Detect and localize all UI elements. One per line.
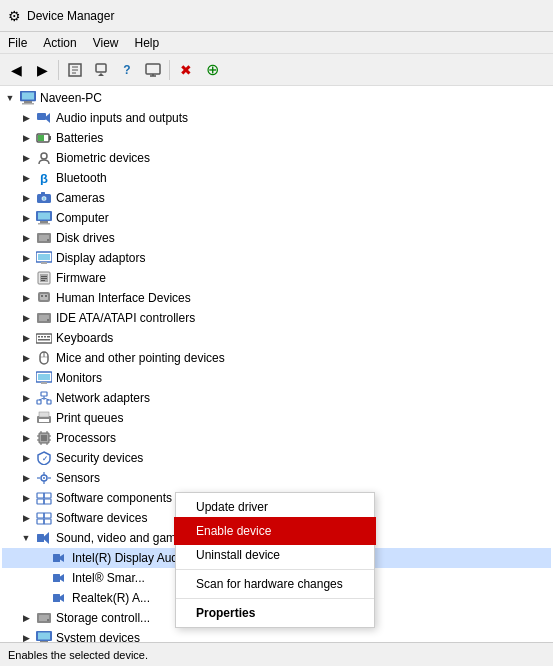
context-uninstall-device[interactable]: Uninstall device xyxy=(176,543,374,567)
tree-item-biometric[interactable]: ▶ Biometric devices xyxy=(2,148,551,168)
tree-item-system[interactable]: ▶ System devices xyxy=(2,628,551,642)
svg-rect-104 xyxy=(38,633,50,640)
expand-icon: ▶ xyxy=(18,170,34,186)
svg-rect-66 xyxy=(39,419,49,422)
expand-icon: ▶ xyxy=(18,390,34,406)
svg-marker-14 xyxy=(46,113,50,123)
tree-item-mice[interactable]: ▶ Mice and other pointing devices xyxy=(2,348,551,368)
system-icon xyxy=(36,630,52,642)
back-button[interactable]: ◀ xyxy=(4,58,28,82)
tree-item-processors[interactable]: ▶ Processors xyxy=(2,428,551,448)
computer-scan-button[interactable] xyxy=(141,58,165,82)
disk-label: Disk drives xyxy=(54,231,115,245)
security-icon: ✓ xyxy=(36,450,52,466)
svg-rect-6 xyxy=(146,64,160,74)
tree-item-bluetooth[interactable]: ▶ β Bluetooth xyxy=(2,168,551,188)
network-icon xyxy=(36,390,52,406)
tree-item-disk[interactable]: ▶ Disk drives xyxy=(2,228,551,248)
context-sep-1 xyxy=(176,569,374,570)
toolbar-sep-2 xyxy=(169,60,170,80)
expand-icon: ▶ xyxy=(18,330,34,346)
tree-item-hid[interactable]: ▶ Human Interface Devices xyxy=(2,288,551,308)
svg-marker-99 xyxy=(60,594,64,602)
expand-icon: ▶ xyxy=(18,610,34,626)
storage-icon xyxy=(36,610,52,626)
menu-action[interactable]: Action xyxy=(35,34,84,52)
help-button[interactable]: ? xyxy=(115,58,139,82)
tree-item-display[interactable]: ▶ Display adaptors xyxy=(2,248,551,268)
svg-rect-36 xyxy=(41,276,47,277)
processors-label: Processors xyxy=(54,431,116,445)
menu-help[interactable]: Help xyxy=(127,34,168,52)
status-bar: Enables the selected device. xyxy=(0,642,553,666)
network-label: Network adapters xyxy=(54,391,150,405)
svg-rect-92 xyxy=(37,534,44,542)
camera-icon xyxy=(36,190,52,206)
toolbar-sep-1 xyxy=(58,60,59,80)
svg-rect-10 xyxy=(22,93,34,100)
svg-rect-57 xyxy=(41,382,47,384)
menu-view[interactable]: View xyxy=(85,34,127,52)
properties-button[interactable] xyxy=(63,58,87,82)
svg-rect-58 xyxy=(41,392,47,396)
tree-item-computer[interactable]: ▶ Computer xyxy=(2,208,551,228)
svg-point-79 xyxy=(43,477,45,479)
intel-display-audio-label: Intel(R) Display Audio xyxy=(70,551,187,565)
tree-item-firmware[interactable]: ▶ Firmware xyxy=(2,268,551,288)
svg-point-42 xyxy=(45,295,47,297)
forward-button[interactable]: ▶ xyxy=(30,58,54,82)
battery-icon xyxy=(36,130,52,146)
svg-point-30 xyxy=(47,239,49,241)
add-button[interactable]: ⊕ xyxy=(200,58,224,82)
status-text: Enables the selected device. xyxy=(8,649,148,661)
svg-marker-5 xyxy=(98,73,104,76)
svg-rect-38 xyxy=(41,280,45,281)
context-properties[interactable]: Properties xyxy=(176,601,374,625)
tree-item-audio[interactable]: ▶ Audio inputs and outputs xyxy=(2,108,551,128)
storage-label: Storage controll... xyxy=(54,611,150,625)
tree-item-security[interactable]: ▶ ✓ Security devices xyxy=(2,448,551,468)
expand-icon: ▶ xyxy=(18,190,34,206)
bluetooth-icon: β xyxy=(36,170,52,186)
window-title: Device Manager xyxy=(27,9,114,23)
svg-rect-40 xyxy=(40,294,48,300)
update-driver-button[interactable] xyxy=(89,58,113,82)
tree-item-print[interactable]: ▶ Print queues xyxy=(2,408,551,428)
svg-rect-87 xyxy=(44,499,51,504)
menu-file[interactable]: File xyxy=(0,34,35,52)
tree-root-naveen-pc[interactable]: ▼ Naveen-PC xyxy=(2,88,551,108)
batteries-label: Batteries xyxy=(54,131,103,145)
display-label: Display adaptors xyxy=(54,251,145,265)
tree-item-batteries[interactable]: ▶ Batteries xyxy=(2,128,551,148)
tree-item-monitors[interactable]: ▶ Monitors xyxy=(2,368,551,388)
context-update-driver[interactable]: Update driver xyxy=(176,495,374,519)
monitor-icon xyxy=(36,370,52,386)
svg-rect-13 xyxy=(37,113,46,120)
svg-rect-25 xyxy=(38,213,50,220)
context-scan-hardware[interactable]: Scan for hardware changes xyxy=(176,572,374,596)
tree-item-network[interactable]: ▶ Network adapters xyxy=(2,388,551,408)
root-label: Naveen-PC xyxy=(38,91,102,105)
tree-item-keyboards[interactable]: ▶ Keyboards xyxy=(2,328,551,348)
context-enable-device[interactable]: Enable device xyxy=(176,519,374,543)
expand-leaf xyxy=(34,590,50,606)
sound-icon xyxy=(36,530,52,546)
hid-icon xyxy=(36,290,52,306)
expand-icon: ▶ xyxy=(18,450,34,466)
software-components-label: Software components xyxy=(54,491,172,505)
svg-point-22 xyxy=(43,197,46,200)
expand-icon: ▶ xyxy=(18,510,34,526)
tree-item-ide[interactable]: ▶ IDE ATA/ATAPI controllers xyxy=(2,308,551,328)
software-devices-label: Software devices xyxy=(54,511,147,525)
expand-icon: ▶ xyxy=(18,150,34,166)
svg-rect-33 xyxy=(41,262,47,264)
biometric-label: Biometric devices xyxy=(54,151,150,165)
cameras-label: Cameras xyxy=(54,191,105,205)
tree-item-cameras[interactable]: ▶ Cameras xyxy=(2,188,551,208)
svg-point-41 xyxy=(41,295,43,297)
expand-icon: ▶ xyxy=(18,410,34,426)
processor-icon xyxy=(36,430,52,446)
delete-button[interactable]: ✖ xyxy=(174,58,198,82)
svg-marker-97 xyxy=(60,574,64,582)
tree-item-sensors[interactable]: ▶ Sensors xyxy=(2,468,551,488)
